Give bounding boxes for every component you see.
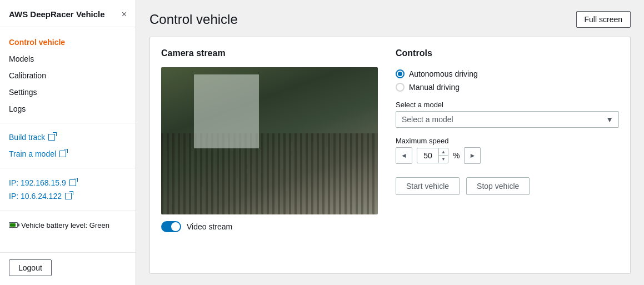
autonomous-radio[interactable] — [396, 69, 405, 78]
external-link-icon-2 — [59, 151, 66, 157]
battery-icon — [9, 222, 18, 228]
sidebar-item-build-track[interactable]: Build track — [0, 129, 136, 146]
page-title: Control vehicle — [149, 12, 238, 27]
external-link-icon — [48, 134, 55, 141]
camera-section-label: Camera stream — [161, 48, 378, 58]
speed-control: ◄ ▲ ▼ % ► — [396, 147, 619, 164]
model-select-label: Select a model — [396, 101, 619, 109]
autonomous-driving-option[interactable]: Autonomous driving — [396, 69, 619, 78]
model-select-wrapper: Select a model ▼ — [396, 111, 619, 128]
sidebar-header: AWS DeepRacer Vehicle × — [0, 0, 136, 27]
stop-vehicle-button[interactable]: Stop vehicle — [466, 177, 530, 195]
train-model-label: Train a model — [9, 149, 56, 158]
model-select[interactable]: Select a model — [396, 111, 619, 128]
controls-section: Controls Autonomous driving Manual drivi… — [396, 48, 619, 262]
close-icon[interactable]: × — [122, 10, 127, 19]
start-vehicle-button[interactable]: Start vehicle — [396, 177, 460, 195]
sidebar-nav: Control vehicle Models Calibration Setti… — [0, 27, 136, 253]
speed-decrease-button[interactable]: ◄ — [396, 147, 412, 164]
speed-label: Maximum speed — [396, 137, 619, 145]
ip-section: IP: 192.168.15.9 IP: 10.6.24.122 — [0, 174, 136, 205]
nav-divider-2 — [0, 168, 136, 168]
driving-mode-group: Autonomous driving Manual driving — [396, 69, 619, 92]
sidebar: AWS DeepRacer Vehicle × Control vehicle … — [0, 0, 136, 285]
speed-value-input[interactable] — [417, 149, 438, 162]
video-stream-switch[interactable] — [161, 221, 181, 232]
ip-address-2[interactable]: IP: 10.6.24.122 — [9, 189, 127, 203]
sidebar-footer: Logout — [0, 252, 136, 285]
stepper-down-button[interactable]: ▼ — [439, 156, 448, 163]
battery-label: Vehicle battery level: Green — [21, 221, 109, 229]
model-select-group: Select a model Select a model ▼ — [396, 101, 619, 128]
ip-address-1[interactable]: IP: 192.168.15.9 — [9, 176, 127, 189]
manual-label: Manual driving — [409, 83, 460, 92]
nav-divider-3 — [0, 211, 136, 211]
controls-section-label: Controls — [396, 48, 619, 58]
main-header: Control vehicle Full screen — [149, 11, 631, 28]
sidebar-item-logs[interactable]: Logs — [0, 101, 136, 117]
speed-increase-button[interactable]: ► — [464, 147, 481, 164]
build-track-label: Build track — [9, 133, 45, 142]
autonomous-label: Autonomous driving — [409, 69, 478, 78]
sidebar-item-models[interactable]: Models — [0, 51, 136, 67]
sidebar-item-calibration[interactable]: Calibration — [0, 67, 136, 84]
speed-unit: % — [453, 151, 460, 160]
camera-feed — [161, 67, 378, 214]
nav-divider-1 — [0, 123, 136, 123]
app-title: AWS DeepRacer Vehicle — [9, 9, 105, 20]
camera-section: Camera stream Video stream — [161, 48, 378, 262]
sidebar-item-train-model[interactable]: Train a model — [0, 146, 136, 162]
speed-section: Maximum speed ◄ ▲ ▼ % ► — [396, 137, 619, 164]
ip2-external-icon — [65, 193, 72, 199]
fullscreen-button[interactable]: Full screen — [576, 11, 631, 28]
sidebar-item-settings[interactable]: Settings — [0, 84, 136, 101]
stepper-up-button[interactable]: ▲ — [439, 148, 448, 156]
logout-button[interactable]: Logout — [9, 259, 52, 276]
video-stream-toggle: Video stream — [161, 221, 378, 232]
video-stream-label: Video stream — [187, 222, 232, 231]
action-buttons: Start vehicle Stop vehicle — [396, 177, 619, 195]
manual-radio[interactable] — [396, 83, 405, 92]
manual-driving-option[interactable]: Manual driving — [396, 83, 619, 92]
main-content: Control vehicle Full screen Camera strea… — [136, 0, 644, 285]
battery-status: Vehicle battery level: Green — [0, 217, 136, 236]
sidebar-item-control-vehicle[interactable]: Control vehicle — [0, 34, 136, 51]
speed-stepper: ▲ ▼ — [438, 148, 448, 163]
main-card: Camera stream Video stream Controls Auto… — [149, 37, 631, 274]
ip1-external-icon — [69, 179, 76, 186]
speed-input-wrap: ▲ ▼ — [417, 148, 448, 163]
